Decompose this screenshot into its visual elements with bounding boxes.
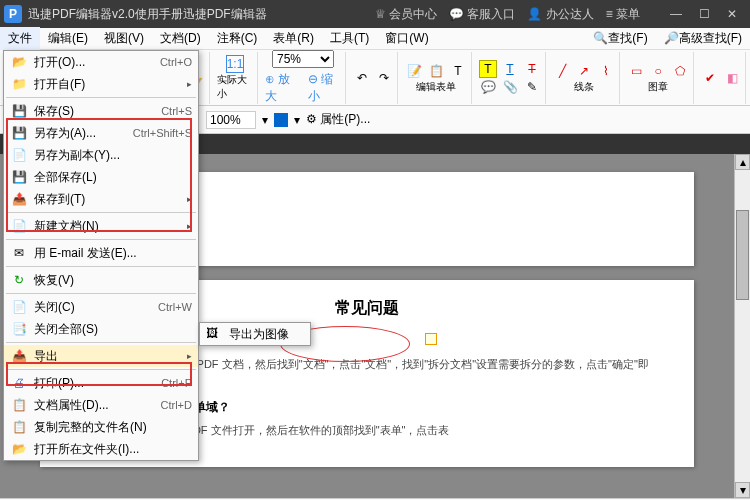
note-icon[interactable]: 💬 xyxy=(479,78,497,96)
zoom-input[interactable] xyxy=(206,111,256,129)
zoom-in-button[interactable]: ⊕ 放大 xyxy=(265,71,298,105)
menu-form[interactable]: 表单(R) xyxy=(265,27,322,50)
scroll-up-button[interactable]: ▴ xyxy=(735,154,750,170)
properties-button[interactable]: ⚙ 属性(P)... xyxy=(306,111,370,128)
menu-view[interactable]: 视图(V) xyxy=(96,27,152,50)
menu-open[interactable]: 📂打开(O)...Ctrl+O xyxy=(4,51,198,73)
menu-revert[interactable]: ↻恢复(V) xyxy=(4,269,198,291)
export-image-icon: 🖼 xyxy=(206,326,224,342)
zoom-select[interactable]: 75% xyxy=(272,50,334,68)
oval-tool-icon[interactable]: ○ xyxy=(649,62,667,80)
menu-export-image[interactable]: 导出为图像 xyxy=(229,326,289,343)
menu-close[interactable]: 📄关闭(C)Ctrl+W xyxy=(4,296,198,318)
menu-print[interactable]: 🖨打印(P)...Ctrl+P xyxy=(4,372,198,394)
menu-new-doc[interactable]: 📄新建文档(N)▸ xyxy=(4,215,198,237)
rotate-left-icon[interactable]: ↶ xyxy=(353,69,371,87)
form-tool-icon[interactable]: 📋 xyxy=(427,62,445,80)
color-swatch[interactable] xyxy=(274,113,288,127)
link-support[interactable]: 💬 客服入口 xyxy=(449,6,515,23)
menu-save[interactable]: 💾保存(S)Ctrl+S xyxy=(4,100,198,122)
link-menu[interactable]: ≡ 菜单 xyxy=(606,6,640,23)
polyline-tool-icon[interactable]: ⌇ xyxy=(597,62,615,80)
menu-window[interactable]: 窗口(W) xyxy=(377,27,436,50)
maximize-button[interactable]: ☐ xyxy=(690,4,718,24)
zoom-out-button[interactable]: ⊖ 缩小 xyxy=(308,71,341,105)
find-button[interactable]: 🔍查找(F) xyxy=(585,28,655,49)
annotation-marker[interactable] xyxy=(425,333,437,345)
shapes-label: 图章 xyxy=(648,80,668,94)
lines-label: 线条 xyxy=(574,80,594,94)
menubar: 文件 编辑(E) 视图(V) 文档(D) 注释(C) 表单(R) 工具(T) 窗… xyxy=(0,28,750,50)
attach-icon[interactable]: 📎 xyxy=(501,78,519,96)
actual-size-icon[interactable]: 1:1 xyxy=(226,55,244,73)
menu-save-to[interactable]: 📤保存到(T)▸ xyxy=(4,188,198,210)
edit-form-label: 编辑表单 xyxy=(416,80,456,94)
menu-tool[interactable]: 工具(T) xyxy=(322,27,377,50)
link-member[interactable]: ♕ 会员中心 xyxy=(375,6,437,23)
minimize-button[interactable]: — xyxy=(662,4,690,24)
menu-close-all[interactable]: 📑关闭全部(S) xyxy=(4,318,198,340)
rect-tool-icon[interactable]: ▭ xyxy=(627,62,645,80)
scroll-thumb[interactable] xyxy=(736,210,749,300)
link-user[interactable]: 👤 办公达人 xyxy=(527,6,593,23)
actual-size-label: 实际大小 xyxy=(217,73,253,101)
advanced-find-button[interactable]: 🔎高级查找(F) xyxy=(656,28,750,49)
menu-edit[interactable]: 编辑(E) xyxy=(40,27,96,50)
menu-copy-name[interactable]: 📋复制完整的文件名(N) xyxy=(4,416,198,438)
menu-doc-props[interactable]: 📋文档属性(D)...Ctrl+D xyxy=(4,394,198,416)
rotate-right-icon[interactable]: ↷ xyxy=(375,69,393,87)
line-tool-icon[interactable]: ╱ xyxy=(553,62,571,80)
menu-email[interactable]: ✉用 E-mail 发送(E)... xyxy=(4,242,198,264)
stamp-icon[interactable]: ✔ xyxy=(701,69,719,87)
highlight-icon[interactable]: T xyxy=(479,60,497,78)
menu-file[interactable]: 文件 xyxy=(0,27,40,50)
app-logo: P xyxy=(4,5,22,23)
vertical-scrollbar[interactable]: ▴ ▾ xyxy=(734,154,750,498)
menu-save-copy[interactable]: 📄另存为副本(Y)... xyxy=(4,144,198,166)
close-button[interactable]: ✕ xyxy=(718,4,746,24)
menu-save-all[interactable]: 💾全部保存(L) xyxy=(4,166,198,188)
scroll-down-button[interactable]: ▾ xyxy=(735,482,750,498)
signature-icon[interactable]: ✎ xyxy=(523,78,541,96)
menu-export[interactable]: 📤导出▸ xyxy=(4,345,198,367)
text-tool-icon[interactable]: T xyxy=(449,62,467,80)
polygon-tool-icon[interactable]: ⬠ xyxy=(671,62,689,80)
menu-open-folder[interactable]: 📂打开所在文件夹(I)... xyxy=(4,438,198,460)
window-title: 迅捷PDF编辑器v2.0使用手册迅捷PDF编辑器 xyxy=(28,6,375,23)
file-menu-dropdown: 📂打开(O)...Ctrl+O 📁打开自(F)▸ 💾保存(S)Ctrl+S 💾另… xyxy=(3,50,199,461)
edit-tool-icon[interactable]: 📝 xyxy=(405,62,423,80)
menu-open-from[interactable]: 📁打开自(F)▸ xyxy=(4,73,198,95)
titlebar: P 迅捷PDF编辑器v2.0使用手册迅捷PDF编辑器 ♕ 会员中心 💬 客服入口… xyxy=(0,0,750,28)
menu-document[interactable]: 文档(D) xyxy=(152,27,209,50)
strikeout-icon[interactable]: T xyxy=(523,60,541,78)
eraser-icon[interactable]: ◧ xyxy=(723,69,741,87)
export-submenu: 🖼 导出为图像 xyxy=(199,322,311,346)
menu-save-as[interactable]: 💾另存为(A)...Ctrl+Shift+S xyxy=(4,122,198,144)
arrow-tool-icon[interactable]: ↗ xyxy=(575,62,593,80)
menu-comment[interactable]: 注释(C) xyxy=(209,27,266,50)
underline-icon[interactable]: T xyxy=(501,60,519,78)
